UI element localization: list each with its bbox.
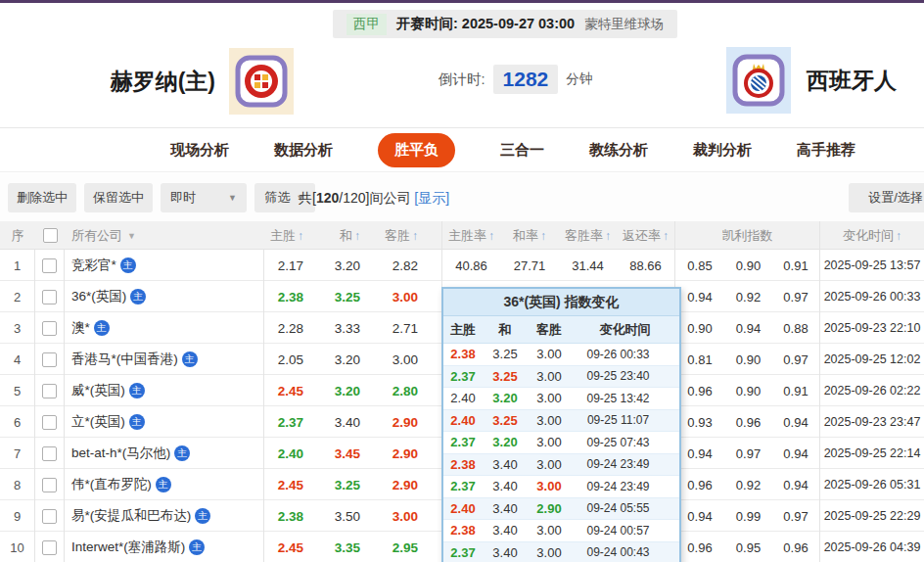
company-cell[interactable]: 竞彩官*主 — [65, 250, 264, 281]
popup-home-odds: 2.40 — [443, 498, 483, 520]
company-cell[interactable]: Interwet*(塞浦路斯)主 — [65, 532, 264, 562]
company-cell[interactable]: 香港马*(中国香港)主 — [65, 344, 264, 375]
company-cell[interactable]: 易*(安提瓜和巴布达)主 — [65, 500, 264, 532]
kelly-draw: 0.90 — [724, 375, 772, 406]
home-odds: 2.05 — [264, 344, 305, 375]
header-home-rate[interactable]: 主胜率↑ — [442, 221, 500, 250]
popup-header-away: 客胜 — [528, 316, 571, 343]
settings-button[interactable]: 设置/选择 — [849, 183, 924, 212]
header-draw-odds[interactable]: 和↑ — [305, 221, 362, 250]
row-checkbox-cell — [35, 500, 65, 532]
popup-away-odds: 3.00 — [528, 432, 571, 453]
row-checkbox[interactable] — [42, 415, 57, 430]
home-odds: 2.37 — [264, 406, 305, 438]
popup-rows: 2.383.253.0009-26 00:332.373.253.0009-25… — [443, 344, 679, 562]
popup-header-row: 主胜和客胜变化时间 — [443, 316, 679, 344]
draw-odds: 3.33 — [305, 312, 362, 344]
draw-odds: 3.20 — [305, 375, 362, 406]
header-change-time[interactable]: 变化时间↑ — [820, 221, 924, 250]
tab-2[interactable]: 数据分析 — [274, 141, 333, 160]
popup-draw-odds: 3.25 — [483, 344, 528, 365]
kelly-away: 0.88 — [772, 312, 820, 344]
popup-change-time: 09-24 23:49 — [571, 476, 679, 497]
row-checkbox[interactable] — [42, 446, 57, 461]
row-checkbox[interactable] — [42, 258, 57, 273]
popup-away-odds: 3.00 — [528, 476, 571, 497]
kelly-home: 0.94 — [675, 281, 724, 312]
draw-odds: 3.20 — [305, 250, 362, 281]
home-odds: 2.45 — [264, 532, 305, 562]
row-checkbox[interactable] — [42, 478, 57, 492]
company-cell[interactable]: 立*(英国)主 — [65, 406, 264, 438]
instant-dropdown[interactable]: 即时 ▼ — [161, 183, 247, 212]
popup-home-odds: 2.38 — [443, 344, 483, 365]
popup-home-odds: 2.38 — [443, 454, 483, 476]
popup-draw-odds: 3.40 — [483, 454, 528, 476]
select-all-checkbox[interactable] — [43, 228, 58, 243]
header-home-odds[interactable]: 主胜↑ — [264, 221, 305, 250]
header-draw-rate[interactable]: 和率↑ — [500, 221, 559, 250]
tab-5[interactable]: 教练分析 — [589, 141, 648, 160]
venue-name: 蒙特里维球场 — [584, 16, 664, 33]
header-company[interactable]: 所有公司▼ — [65, 221, 264, 250]
company-cell[interactable]: 澳*主 — [65, 312, 264, 344]
tab-1[interactable]: 现场分析 — [170, 141, 229, 160]
sort-asc-icon: ↑ — [412, 229, 418, 243]
kelly-away: 0.91 — [772, 250, 820, 281]
away-odds: 2.90 — [362, 406, 442, 438]
row-checkbox[interactable] — [42, 509, 57, 524]
show-link[interactable]: [显示] — [414, 190, 449, 206]
popup-away-odds: 3.00 — [528, 388, 571, 409]
draw-odds: 3.20 — [305, 344, 362, 375]
table-header-row: 序 所有公司▼ 主胜↑ 和↑ 客胜↑ 主胜率↑ 和率↑ 客胜率↑ 返还率↑ 凯利… — [0, 221, 924, 250]
home-team: 赫罗纳(主) — [0, 47, 294, 116]
chevron-down-icon: ▼ — [127, 231, 136, 241]
tab-3-active[interactable]: 胜平负 — [378, 133, 455, 167]
row-checkbox-cell — [35, 438, 65, 469]
away-odds: 2.90 — [362, 469, 442, 500]
popup-header-home: 主胜 — [443, 316, 483, 343]
draw-odds: 3.25 — [305, 469, 362, 500]
row-index: 1 — [0, 250, 35, 281]
kelly-home: 0.94 — [675, 500, 724, 532]
row-checkbox[interactable] — [42, 321, 57, 336]
delete-selected-button[interactable]: 删除选中 — [8, 183, 76, 212]
popup-change-time: 09-25 13:42 — [571, 388, 679, 409]
home-rate: 40.86 — [442, 250, 500, 281]
header-return-rate[interactable]: 返还率↑ — [617, 221, 675, 250]
instant-dropdown-label: 即时 — [170, 189, 196, 207]
tab-6[interactable]: 裁判分析 — [693, 141, 752, 160]
tab-7[interactable]: 高手推荐 — [797, 141, 855, 160]
kelly-draw: 0.99 — [724, 500, 772, 532]
header-away-odds[interactable]: 客胜↑ — [362, 221, 442, 250]
header-away-rate[interactable]: 客胜率↑ — [559, 221, 617, 250]
row-checkbox[interactable] — [42, 352, 57, 367]
primary-badge-icon: 主 — [120, 258, 136, 273]
company-cell[interactable]: 36*(英国)主 — [65, 281, 264, 312]
kelly-home: 0.81 — [675, 344, 724, 375]
row-checkbox[interactable] — [42, 290, 57, 304]
index-change-popup: 36*(英国) 指数变化 主胜和客胜变化时间 2.383.253.0009-26… — [441, 287, 681, 562]
company-cell[interactable]: 威*(英国)主 — [65, 375, 264, 406]
primary-badge-icon: 主 — [129, 414, 145, 430]
change-time: 2025-09-26 05:31 — [820, 469, 924, 500]
kelly-home: 0.85 — [675, 250, 724, 281]
company-cell[interactable]: 伟*(直布罗陀)主 — [65, 469, 264, 500]
home-odds: 2.38 — [264, 281, 305, 312]
row-checkbox-cell — [35, 406, 65, 438]
row-checkbox[interactable] — [42, 384, 57, 398]
countdown: 倒计时: 1282 分钟 — [439, 65, 592, 94]
away-odds: 2.90 — [362, 438, 442, 469]
row-index: 10 — [0, 532, 35, 562]
home-team-logo-icon — [229, 48, 294, 115]
keep-selected-button[interactable]: 保留选中 — [84, 183, 153, 212]
kelly-home: 0.94 — [675, 438, 724, 469]
company-cell[interactable]: bet-at-h*(马尔他)主 — [65, 438, 264, 469]
company-name: Interwet*(塞浦路斯) — [71, 539, 185, 556]
row-checkbox[interactable] — [42, 540, 57, 555]
popup-draw-odds: 3.40 — [483, 498, 528, 520]
home-team-name: 赫罗纳(主) — [111, 67, 215, 97]
tab-4[interactable]: 三合一 — [500, 141, 544, 160]
company-name: 伟*(直布罗陀) — [71, 476, 152, 493]
popup-away-odds: 3.00 — [528, 410, 571, 432]
